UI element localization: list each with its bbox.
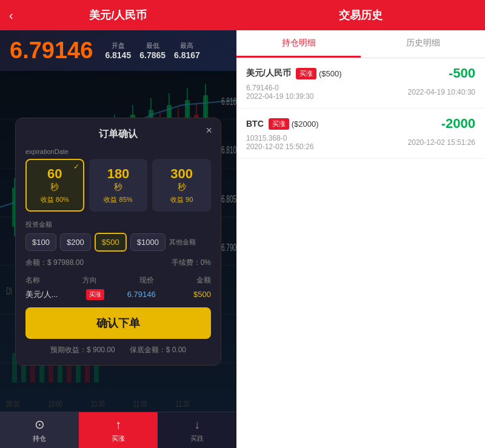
time-option-180s[interactable]: 180 秒 收益 85% bbox=[89, 159, 148, 212]
trade-item: 美元/人民币 买涨 ($500) -500 6.79146-0 2022-04-… bbox=[236, 58, 485, 109]
trade-symbol-1: 美元/人民币 bbox=[246, 68, 291, 79]
high-price-item: 最高 6.8167 bbox=[174, 41, 200, 60]
main-price: 6.79146 bbox=[10, 38, 93, 64]
order-table-header: 名称 方向 现价 金额 bbox=[25, 275, 211, 286]
col-direction: 方向 bbox=[82, 275, 97, 286]
expected-profit: 预期收益：$ 900.00 bbox=[50, 345, 115, 355]
low-value: 6.7865 bbox=[139, 50, 166, 60]
tabs-row: 持仓明细 历史明细 bbox=[236, 30, 485, 58]
nav-buy-up[interactable]: ↑ 买涨 bbox=[79, 412, 158, 448]
price-details: 开盘 6.8145 最低 6.7865 最高 6.8167 bbox=[105, 41, 199, 60]
high-label: 最高 bbox=[180, 41, 193, 50]
open-value: 6.8145 bbox=[105, 50, 131, 60]
nav-holdings[interactable]: ⊙ 持仓 bbox=[0, 412, 79, 448]
fee-display: 手续费：0% bbox=[172, 258, 211, 268]
amount-options: $100 $200 $500 $1000 其他金额 bbox=[25, 233, 211, 252]
trade-price-row-1: 6.79146-0 2022-04-19 10:39:30 2022-04-19… bbox=[246, 84, 475, 101]
high-value: 6.8167 bbox=[174, 50, 200, 60]
order-invest-amount: $500 bbox=[165, 290, 212, 299]
open-price-item: 开盘 6.8145 bbox=[105, 41, 131, 60]
nav-holdings-label: 持仓 bbox=[33, 434, 46, 443]
buy-up-icon: ↑ bbox=[115, 418, 121, 432]
trade-profit-2: -2000 bbox=[441, 116, 475, 132]
trade-exit-time-2: 2020-12-02 15:51:26 bbox=[408, 138, 475, 147]
order-current-price: 6.79146 bbox=[118, 290, 165, 299]
trade-entry-info-2: 10315.368-0 2020-12-02 15:50:26 bbox=[246, 134, 313, 151]
time-value-300: 300 bbox=[157, 166, 206, 182]
chart-area: 6.8167 6.8100 6.8050 6.7900 09:30 10:00 … bbox=[0, 71, 236, 412]
order-table: 名称 方向 现价 金额 美元/人... 买涨 6.79146 $500 bbox=[25, 275, 211, 300]
tab-holdings-detail[interactable]: 持仓明细 bbox=[236, 30, 361, 58]
trade-entry-time-1: 2022-04-19 10:39:30 bbox=[246, 92, 313, 101]
trade-list: 美元/人民币 买涨 ($500) -500 6.79146-0 2022-04-… bbox=[236, 58, 485, 448]
time-value-60: 60 bbox=[30, 166, 79, 182]
time-unit-60: 秒 bbox=[30, 182, 79, 193]
trade-item-header: 美元/人民币 买涨 ($500) -500 bbox=[246, 65, 475, 81]
buy-badge: 买涨 bbox=[86, 289, 104, 300]
order-table-row: 美元/人... 买涨 6.79146 $500 bbox=[25, 289, 211, 300]
tab-history-detail[interactable]: 历史明细 bbox=[361, 30, 485, 58]
order-symbol: 美元/人... bbox=[25, 289, 72, 300]
amount-1000-btn[interactable]: $1000 bbox=[130, 233, 166, 251]
left-header: ‹ 美元/人民币 bbox=[0, 0, 236, 30]
amount-500-btn[interactable]: $500 bbox=[95, 233, 127, 252]
trade-item-header-2: BTC 买涨 ($2000) -2000 bbox=[246, 116, 475, 132]
col-price: 现价 bbox=[139, 275, 154, 286]
buy-direction-badge-2: 买涨 bbox=[269, 118, 289, 130]
right-panel: 交易历史 持仓明细 历史明细 美元/人民币 买涨 ($500) -500 6. bbox=[236, 0, 485, 448]
amount-more-btn[interactable]: 其他金额 bbox=[169, 238, 196, 247]
modal-overlay: × 订单确认 expirationDate 60 秒 收益 80% 180 秒 … bbox=[0, 71, 236, 412]
trade-exit-time-1: 2022-04-19 10:40:30 bbox=[408, 88, 475, 96]
modal-title: 订单确认 bbox=[25, 128, 211, 141]
trade-entry-price-2: 10315.368-0 bbox=[246, 134, 313, 142]
bottom-nav: ⊙ 持仓 ↑ 买涨 ↓ 买跌 bbox=[0, 412, 236, 448]
time-value-180: 180 bbox=[94, 166, 143, 182]
col-amount: 金额 bbox=[196, 275, 211, 286]
low-price-item: 最低 6.7865 bbox=[139, 41, 166, 60]
balance-row: 余额：$ 97988.00 手续费：0% bbox=[25, 258, 211, 268]
trade-left: 美元/人民币 买涨 ($500) bbox=[246, 68, 341, 79]
holdings-icon: ⊙ bbox=[35, 417, 45, 432]
time-unit-300: 秒 bbox=[157, 182, 206, 193]
trade-profit-1: -500 bbox=[449, 65, 475, 81]
confirm-order-button[interactable]: 确认下单 bbox=[25, 307, 211, 339]
time-unit-180: 秒 bbox=[94, 182, 143, 193]
modal-close-button[interactable]: × bbox=[206, 124, 212, 137]
nav-buy-down-label: 买跌 bbox=[190, 434, 204, 443]
trade-amount-2: ($2000) bbox=[292, 119, 319, 129]
price-bar: 6.79146 开盘 6.8145 最低 6.7865 最高 6.8167 bbox=[0, 30, 236, 71]
time-profit-300: 收益 90 bbox=[157, 195, 206, 204]
low-label: 最低 bbox=[146, 41, 159, 50]
right-header: 交易历史 bbox=[236, 0, 485, 30]
trade-price-row-2: 10315.368-0 2020-12-02 15:50:26 2020-12-… bbox=[246, 134, 475, 151]
invest-label: 投资金额 bbox=[25, 220, 211, 229]
buy-down-icon: ↓ bbox=[194, 418, 200, 432]
trade-entry-time-2: 2020-12-02 15:50:26 bbox=[246, 142, 313, 151]
nav-buy-up-label: 买涨 bbox=[112, 434, 125, 443]
order-confirm-modal: × 订单确认 expirationDate 60 秒 收益 80% 180 秒 … bbox=[15, 118, 221, 366]
back-button[interactable]: ‹ bbox=[9, 8, 13, 22]
left-panel: ‹ 美元/人民币 6.79146 开盘 6.8145 最低 6.7865 最高 … bbox=[0, 0, 236, 448]
time-option-60s[interactable]: 60 秒 收益 80% bbox=[25, 159, 84, 212]
right-title: 交易历史 bbox=[339, 8, 383, 22]
order-direction: 买涨 bbox=[72, 289, 119, 300]
trade-amount-1: ($500) bbox=[319, 69, 342, 78]
trade-item: BTC 买涨 ($2000) -2000 10315.368-0 2020-12… bbox=[236, 109, 485, 159]
trade-left-2: BTC 买涨 ($2000) bbox=[246, 118, 319, 130]
floor-amount: 保底金额：$ 0.00 bbox=[130, 345, 186, 355]
trade-entry-info-1: 6.79146-0 2022-04-19 10:39:30 bbox=[246, 84, 313, 101]
time-profit-60: 收益 80% bbox=[30, 195, 79, 204]
amount-200-btn[interactable]: $200 bbox=[60, 233, 91, 251]
amount-100-btn[interactable]: $100 bbox=[25, 233, 56, 251]
buy-direction-badge-1: 买涨 bbox=[296, 68, 316, 79]
trade-direction-1: 买涨 ($500) bbox=[296, 68, 342, 79]
time-option-300s[interactable]: 300 秒 收益 90 bbox=[152, 159, 211, 212]
open-label: 开盘 bbox=[112, 41, 125, 50]
time-profit-180: 收益 85% bbox=[94, 195, 143, 204]
modal-footer-info: 预期收益：$ 900.00 保底金额：$ 0.00 bbox=[25, 345, 211, 355]
expiration-label: expirationDate bbox=[25, 148, 211, 155]
col-name: 名称 bbox=[25, 275, 40, 286]
trade-entry-price-1: 6.79146-0 bbox=[246, 84, 313, 92]
time-options: 60 秒 收益 80% 180 秒 收益 85% 300 秒 收益 90 bbox=[25, 159, 211, 212]
nav-buy-down[interactable]: ↓ 买跌 bbox=[158, 412, 236, 448]
